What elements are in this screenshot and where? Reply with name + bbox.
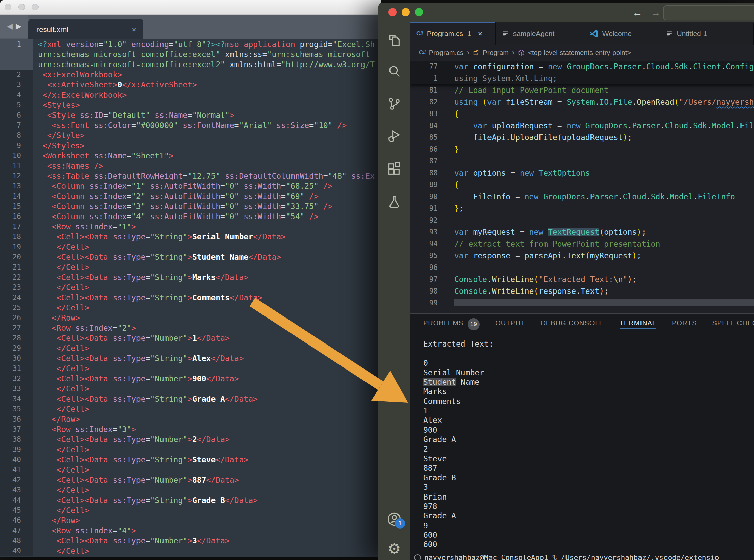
close-icon[interactable]: × [132,25,137,35]
cs-code-line: 77var configuration = new GroupDocs.Pars… [410,61,754,73]
cs-code-line: 81// Load input PowerPoint document [410,84,754,96]
xml-code-line: 49 </Cell> [0,546,381,556]
breadcrumb-item[interactable]: Program.cs [429,49,463,57]
activity-extensions-button[interactable] [386,161,402,177]
terminal-output[interactable]: Extracted Text:0Serial NumberStudent Nam… [423,339,754,549]
cs-code-line: 97Console.WriteLine("Extracted Text:\n")… [410,274,754,285]
terminal-line: 600 [423,530,754,540]
close-traffic-light[interactable] [5,4,12,11]
xml-editor-window: ◀ ▶ result.xml × 1<?xml version="1.0" en… [0,0,381,557]
run-debug-icon [387,129,402,143]
file-list-icon [666,30,673,38]
panel-tab-terminal[interactable]: TERMINAL [619,319,656,329]
cs-code-line: 96 [410,262,754,274]
xml-code-line: 14 <Column ss:Index="2" ss:AutoFitWidth=… [0,191,381,201]
activity-run-debug-button[interactable] [386,128,402,144]
tab-result-xml[interactable]: result.xml × [28,19,143,41]
editor-tab-welcome[interactable]: Welcome [583,22,659,45]
editor-tab-bar: C#Program.cs1×sampleAgentWelcomeUntitled… [410,22,754,45]
breadcrumb-item[interactable]: Program [483,49,509,57]
activity-settings-button[interactable]: ⚙ [386,541,402,557]
tab-label: Welcome [602,30,632,38]
editor-tab-sampleagent[interactable]: sampleAgent [496,22,583,45]
panel-tab-problems[interactable]: PROBLEMS19 [423,318,480,330]
cs-code-line: 89{ [410,179,754,191]
panel-tab-spell-checker[interactable]: SPELL CHECKER [712,319,754,329]
minimize-traffic-light[interactable] [18,4,25,11]
horizontal-scrollbar[interactable] [454,299,754,306]
maximize-traffic-light[interactable] [415,8,423,16]
xml-code-line: 28 <Cell><Data ss:Type="Number">1</Data> [0,333,381,343]
problems-count-badge: 1 [467,30,471,38]
terminal-line: Grade A [423,435,754,444]
activity-search-button[interactable] [386,63,402,79]
cs-code-line: 93var myRequest = new TextRequest(option… [410,226,754,238]
activity-test-flask-button[interactable] [386,194,402,210]
forward-icon[interactable]: ▶ [16,23,21,30]
history-nav: ◀ ▶ [0,15,28,38]
nav-back-icon[interactable]: ← [632,7,642,18]
close-icon[interactable]: × [478,29,482,39]
activity-account-button[interactable]: 1 [386,511,402,527]
breadcrumb-item[interactable]: <top-level-statements-entry-point> [528,49,631,57]
xml-code-line: 17 <Row ss:Index="1"> [0,222,381,232]
macos-titlebar[interactable] [0,0,381,15]
xml-code-line: 37 <Row ss:Index="3"> [0,424,381,434]
activity-source-control-button[interactable] [386,96,402,112]
xml-code-line: 12 <ss:Table ss:DefaultRowHeight="12.75"… [0,171,381,181]
terminal-prompt[interactable]: nayyershahbaz@Mac ConsoleApp1 % /Users/n… [414,554,719,560]
panel-tab-debug-console[interactable]: DEBUG CONSOLE [540,319,604,329]
xml-code-line: 25 </Cell> [0,303,381,313]
testing-flask-icon [387,195,402,209]
terminal-line: Extracted Text: [423,339,754,348]
xml-code-line: 1<?xml version="1.0" encoding="utf-8"?><… [0,39,381,49]
problems-badge: 19 [468,318,480,330]
xml-code-line: 42 <Cell><Data ss:Type="Number">887</Dat… [0,475,381,485]
xml-code-line: 45 </Cell> [0,505,381,515]
vscode-titlebar[interactable]: ← → [378,3,754,22]
panel-tab-ports[interactable]: PORTS [672,319,697,329]
editor-tab-program-cs[interactable]: C#Program.cs1× [410,22,496,45]
xml-code-editor[interactable]: 1<?xml version="1.0" encoding="utf-8"?><… [0,39,381,557]
xml-code-line: 47 <Row ss:Index="4"> [0,525,381,536]
cs-code-line: 85 fileApi.UploadFile(uploadRequest); [410,132,754,143]
sticky-scroll: 77var configuration = new GroupDocs.Pars… [410,61,754,84]
cs-code-line: 92 [410,215,754,226]
account-badge: 1 [395,518,405,528]
minimize-traffic-light[interactable] [402,8,410,16]
xml-code-line: 23 </Cell> [0,282,381,293]
xml-code-line: 26 </Row> [0,313,381,323]
nav-forward-icon[interactable]: → [651,7,661,18]
tab-bar: ◀ ▶ result.xml × [0,15,381,41]
class-symbol-icon [473,49,479,56]
back-icon[interactable]: ◀ [7,23,13,30]
xml-code-line: 48 <Cell><Data ss:Type="Number">3</Data> [0,536,381,546]
xml-code-line: 40 <Cell><Data ss:Type="String">Steve</D… [0,455,381,465]
xml-code-line: 7 <ss:Font ss:Color="#000000" ss:FontNam… [0,120,381,131]
terminal-line: Brian [423,492,754,502]
source-control-icon [387,97,402,112]
xml-code-line: 36 </Row> [0,414,381,424]
breadcrumb[interactable]: C#Program.cs›Program›<top-level-statemen… [410,45,754,61]
cs-code-line: 82using (var fileStream = System.IO.File… [410,96,754,108]
xml-code-line: 43 </Cell> [0,485,381,495]
code-editor[interactable]: 77var configuration = new GroupDocs.Pars… [410,61,754,314]
panel-tab-output[interactable]: OUTPUT [495,319,525,329]
vscode-logo-icon [590,29,598,38]
editor-tab-untitled-1[interactable]: Untitled-1 [659,22,754,45]
xml-code-line: 9 </Styles> [0,140,381,151]
bottom-panel: PROBLEMS19OUTPUTDEBUG CONSOLETERMINALPOR… [410,314,754,560]
file-list-icon [502,30,509,38]
cs-code-line: 83{ [410,108,754,120]
xml-code-line: 38 <Cell><Data ss:Type="Number">2</Data> [0,434,381,444]
xml-code-line: 19 </Cell> [0,242,381,252]
maximize-traffic-light[interactable] [32,4,39,11]
close-traffic-light[interactable] [389,8,397,16]
terminal-line [423,348,754,358]
namespace-cube-icon [518,49,524,56]
cs-code-line: 98Console.WriteLine(response.Text); [410,285,754,297]
command-center-search[interactable] [663,5,754,20]
explorer-icon [387,33,402,48]
cs-code-line: 1using System.Xml.Linq; [410,73,754,84]
activity-files-button[interactable] [386,33,402,48]
